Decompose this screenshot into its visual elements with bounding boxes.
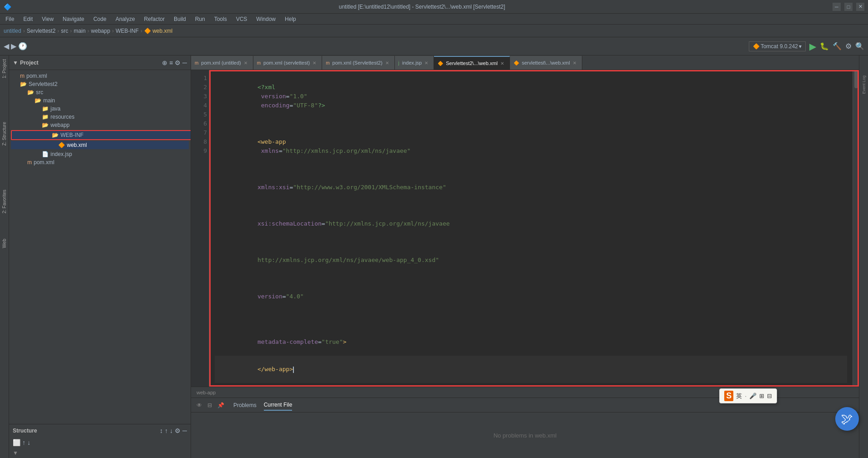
sogou-dot: · [745, 393, 747, 399]
settings-button[interactable]: ⚙ [845, 42, 852, 50]
project-tab-strip[interactable]: 1: Project [0, 55, 9, 82]
structure-close-btn[interactable]: ─ [182, 427, 187, 434]
tree-item-webapp[interactable]: 📂 webapp [9, 121, 191, 129]
editor-scrollbar[interactable]: ✓ [853, 70, 859, 387]
code-editor[interactable]: 1 2 3 4 5 6 7 8 9 <?xml version="1.0" en… [191, 70, 859, 387]
tree-item-indexjsp[interactable]: 📄 index.jsp [9, 150, 191, 158]
debug-button[interactable]: 🐛 [820, 42, 829, 50]
sogou-ime-widget[interactable]: S 英 · 🎤 ⊞ ⊟ [719, 388, 777, 403]
tab-close-pom-servlettest[interactable]: ✕ [313, 60, 316, 65]
structure-actions: ↕ ↑ ↓ ⚙ ─ [160, 427, 187, 434]
tree-item-main[interactable]: 📂 main [9, 96, 191, 105]
code-line-4: xmlns:xsi="http://www.w3.org/2001/XMLSch… [215, 165, 847, 201]
tab-close-pom-servlettest2[interactable]: ✕ [385, 60, 389, 65]
problems-icon-pin[interactable]: 📌 [216, 401, 226, 409]
breadcrumb-main[interactable]: main [74, 28, 86, 34]
structure-expand-btn[interactable]: ▼ [9, 448, 191, 458]
search-button[interactable]: 🔍 [855, 42, 864, 50]
folder-icon: 📁 [42, 114, 49, 120]
run-config-dropdown[interactable]: 🔶 Tomcat 9.0.242 ▾ [749, 41, 806, 51]
structure-title: Structure [13, 428, 37, 434]
tree-item-servlettest2[interactable]: 📂 Servlettest2 [9, 80, 191, 88]
menu-build[interactable]: Build [170, 15, 190, 23]
menu-window[interactable]: Window [252, 15, 279, 23]
breadcrumb-webinf[interactable]: WEB-INF [116, 28, 139, 34]
sogou-mic[interactable]: 🎤 [749, 393, 757, 399]
project-action-scope[interactable]: ⊕ [162, 59, 167, 66]
menu-view[interactable]: View [38, 15, 57, 23]
tree-item-webinf[interactable]: 📂 WEB-INF [11, 130, 191, 140]
tab-problems[interactable]: Problems [233, 400, 257, 410]
tree-item-pom-servlettest2[interactable]: m pom.xml [9, 158, 191, 166]
menu-vcs[interactable]: VCS [232, 15, 251, 23]
structure-up-btn[interactable]: ↑ [165, 427, 168, 434]
tab-pom-servlettest2[interactable]: m pom.xml (Servlettest2) ✕ [322, 56, 394, 70]
menu-code[interactable]: Code [90, 15, 110, 23]
sogou-grid[interactable]: ⊞ [759, 393, 764, 399]
menu-bar: File Edit View Navigate Code Analyze Ref… [0, 14, 868, 25]
build-button[interactable]: 🔨 [833, 42, 842, 50]
breadcrumb-src[interactable]: src [61, 28, 68, 34]
menu-refactor[interactable]: Refactor [141, 15, 168, 23]
tab-current-file[interactable]: Current File [264, 400, 293, 411]
tab-pom-servlettest[interactable]: m pom.xml (servlettest) ✕ [253, 56, 322, 70]
structure-filter-btn[interactable]: ⬜ [13, 439, 20, 446]
structure-down-btn[interactable]: ↓ [170, 427, 173, 434]
breadcrumb-webapp[interactable]: webapp [91, 28, 110, 34]
code-content[interactable]: <?xml version="1.0" encoding="UTF-8"?> <… [209, 70, 853, 387]
maximize-button[interactable]: □ [844, 3, 853, 11]
tab-close-pom-untitled[interactable]: ✕ [244, 60, 247, 65]
folder-open-icon: 📂 [20, 81, 27, 87]
tree-item-src[interactable]: 📂 src [9, 88, 191, 96]
tree-item-webxml[interactable]: 🔶 web.xml [11, 141, 189, 149]
sogou-lang[interactable]: 英 [736, 392, 742, 400]
nav-forward-button[interactable]: ▶ [11, 42, 16, 50]
code-line-8: 💡 metadata-complete="true"> [215, 310, 847, 356]
breadcrumb-webxml[interactable]: 🔶 web.xml [144, 28, 172, 34]
problems-icon-eye[interactable]: 👁 [195, 401, 204, 409]
close-button[interactable]: ✕ [856, 3, 864, 11]
nav-back-button[interactable]: ◀ [4, 42, 9, 50]
tab-close-servlettest-web-xml[interactable]: ✕ [573, 60, 576, 65]
menu-analyze[interactable]: Analyze [112, 15, 139, 23]
scrollbar-thumb[interactable] [854, 70, 858, 88]
tree-item-resources[interactable]: 📁 resources [9, 113, 191, 121]
menu-edit[interactable]: Edit [20, 15, 36, 23]
menu-navigate[interactable]: Navigate [59, 15, 88, 23]
menu-file[interactable]: File [2, 15, 18, 23]
code-line-1: <?xml version="1.0" encoding="UTF-8"?> [215, 74, 847, 119]
favorites-tab-strip[interactable]: 2: Favorites [0, 186, 9, 217]
structure-settings-btn[interactable]: ⚙ [175, 427, 181, 434]
tab-pom-untitled[interactable]: m pom.xml (untitled) ✕ [191, 56, 253, 70]
tab-index-jsp[interactable]: j index.jsp ✕ [395, 56, 434, 70]
problems-icon-minus[interactable]: ⊟ [206, 401, 214, 409]
tab-close-index-jsp[interactable]: ✕ [424, 60, 428, 65]
code-line-7: version="4.0" [215, 274, 847, 310]
bird-floating-button[interactable]: 🕊 [835, 407, 859, 431]
tab-close-web-xml[interactable]: ✕ [500, 61, 504, 66]
structure-sort-btn[interactable]: ↕ [160, 427, 163, 434]
minimize-button[interactable]: ─ [833, 3, 841, 11]
project-action-collapse[interactable]: ≡ [169, 59, 173, 66]
app-icon: 🔷 [4, 3, 11, 10]
breadcrumb-untitled[interactable]: untitled [4, 28, 21, 34]
folder-open-icon: 📂 [42, 122, 49, 128]
web-tab-strip[interactable]: Web [0, 235, 9, 252]
project-action-close[interactable]: ─ [182, 59, 187, 66]
tree-item-pom-untitled[interactable]: m pom.xml [9, 72, 191, 80]
tree-item-java[interactable]: 📁 java [9, 105, 191, 113]
structure-view1-btn[interactable]: ↑ [22, 439, 25, 446]
menu-help[interactable]: Help [281, 15, 300, 23]
structure-view2-btn[interactable]: ↓ [27, 439, 30, 446]
project-action-settings[interactable]: ⚙ [175, 59, 181, 66]
menu-tools[interactable]: Tools [211, 15, 231, 23]
structure-tab-strip[interactable]: Z: Structure [0, 118, 9, 149]
sogou-more[interactable]: ⊟ [767, 393, 772, 399]
run-button[interactable]: ▶ [809, 41, 816, 52]
breadcrumb-servlettest2[interactable]: Servlettest2 [27, 28, 56, 34]
tab-servlettest-web-xml[interactable]: 🔶 servlettest\...\web.xml ✕ [510, 56, 582, 70]
menu-run[interactable]: Run [192, 15, 209, 23]
recent-files-button[interactable]: 🕐 [18, 42, 27, 50]
sogou-logo: S [724, 391, 733, 401]
tab-web-xml-active[interactable]: 🔶 Servlettest2\...\web.xml ✕ [434, 56, 510, 70]
